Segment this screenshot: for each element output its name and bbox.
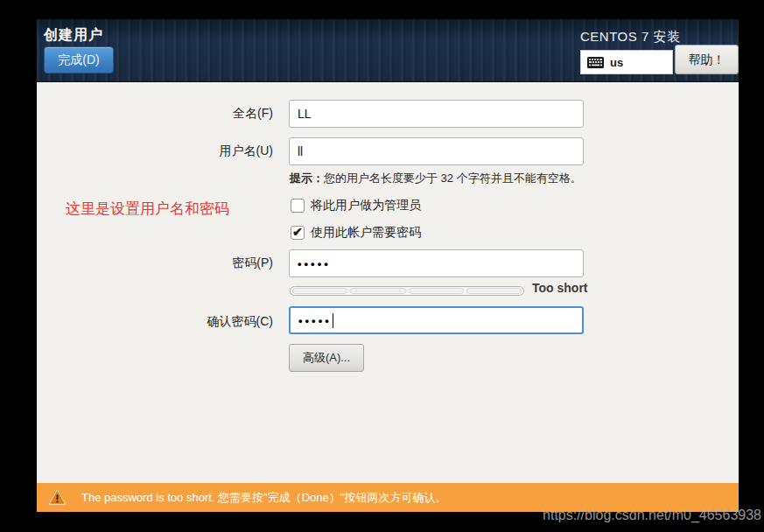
keyboard-icon [587,57,604,68]
warning-icon [48,489,67,506]
strength-segment [292,288,347,294]
text-caret [333,313,333,328]
warning-message: The password is too short. 您需要按"完成（Done）… [81,490,446,506]
username-hint: 提示：您的用户名长度要少于 32 个字符并且不能有空格。 [290,171,582,186]
keyboard-layout-indicator[interactable]: us [580,50,673,74]
admin-checkbox[interactable] [291,199,305,213]
admin-checkbox-row[interactable]: 将此用户做为管理员 [291,198,421,214]
watermark-url: https://blog.csdn.net/m0_46563938 [543,508,761,523]
fullname-label: 全名(F) [72,106,273,122]
username-input[interactable] [289,137,584,165]
hint-body: 您的用户名长度要少于 32 个字符并且不能有空格。 [324,172,582,185]
keyboard-layout-label: us [610,56,623,69]
fullname-input[interactable] [289,100,584,128]
password-label: 密码(P) [72,256,273,271]
strength-segment [409,288,464,294]
installer-window: 创建用户 完成(D) CENTOS 7 安装 us 帮助！ 全名(F) 用户名(… [37,19,739,512]
password-input[interactable]: ••••• [289,249,584,277]
admin-checkbox-label: 将此用户做为管理员 [311,198,421,214]
require-password-checkbox[interactable] [291,226,305,240]
strength-segment [350,288,405,294]
red-annotation: 这里是设置用户名和密码 [66,199,229,219]
require-password-checkbox-label: 使用此帐户需要密码 [311,225,421,241]
done-button[interactable]: 完成(D) [44,46,114,74]
strength-status-text: Too short [532,281,588,295]
page-title: 创建用户 [44,26,103,45]
hint-prefix: 提示： [290,172,324,185]
help-button[interactable]: 帮助！ [675,45,739,74]
product-title: CENTOS 7 安装 [580,29,680,46]
strength-segment [466,288,522,294]
password-value: ••••• [298,257,331,270]
header-bar: 创建用户 完成(D) CENTOS 7 安装 us 帮助！ [37,19,739,82]
confirm-password-value: ••••• [298,314,332,327]
password-strength-bar [290,286,524,296]
confirm-password-input[interactable]: ••••• [289,306,584,334]
confirm-password-label: 确认密码(C) [72,314,273,330]
require-password-checkbox-row[interactable]: 使用此帐户需要密码 [291,225,421,241]
advanced-button[interactable]: 高级(A)... [289,344,364,372]
create-user-form: 全名(F) 用户名(U) 提示：您的用户名长度要少于 32 个字符并且不能有空格… [37,82,739,483]
username-label: 用户名(U) [72,144,273,159]
